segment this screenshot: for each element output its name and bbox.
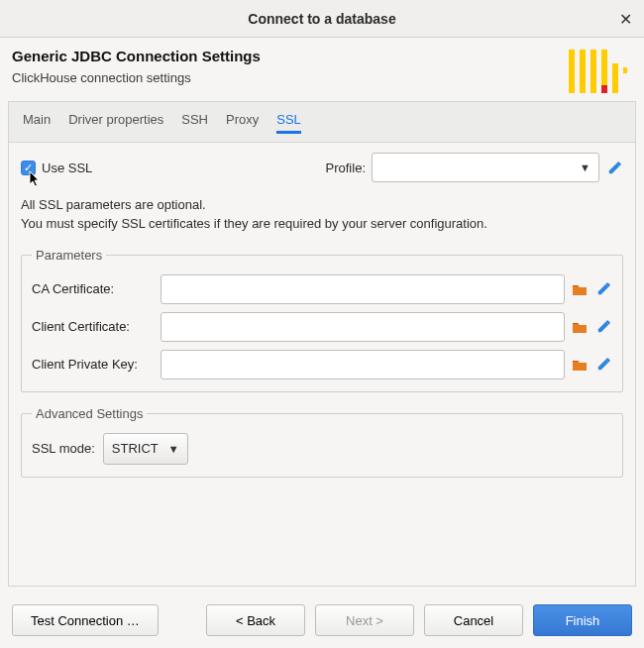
ssl-mode-select[interactable]: STRICT ▼ xyxy=(103,433,188,465)
advanced-legend: Advanced Settings xyxy=(32,406,147,421)
tab-driver-properties[interactable]: Driver properties xyxy=(68,112,163,134)
clickhouse-logo-icon xyxy=(569,48,632,95)
profile-segment: Profile: ▼ xyxy=(326,153,623,182)
info-line-2: You must specify SSL certificates if the… xyxy=(21,215,623,234)
tab-bar: Main Driver properties SSH Proxy SSL xyxy=(9,102,635,143)
cancel-button[interactable]: Cancel xyxy=(424,604,523,636)
browse-ca-folder-icon[interactable] xyxy=(571,282,589,296)
panel: Main Driver properties SSH Proxy SSL ✓ U… xyxy=(8,101,636,587)
client-key-label: Client Private Key: xyxy=(32,357,155,372)
checkbox-checked-icon: ✓ xyxy=(21,161,36,175)
advanced-fieldset: Advanced Settings SSL mode: STRICT ▼ xyxy=(21,406,623,478)
edit-profile-icon[interactable] xyxy=(605,161,623,175)
ssl-body: ✓ Use SSL Profile: ▼ xyxy=(9,143,635,489)
footer: Test Connection … < Back Next > Cancel F… xyxy=(0,594,644,648)
client-cert-label: Client Certificate: xyxy=(32,319,155,334)
header-text: Generic JDBC Connection Settings ClickHo… xyxy=(12,48,569,85)
titlebar: Connect to a database ✕ xyxy=(0,0,644,38)
content: Main Driver properties SSH Proxy SSL ✓ U… xyxy=(0,101,644,594)
header-subtitle: ClickHouse connection settings xyxy=(12,70,569,85)
browse-client-key-folder-icon[interactable] xyxy=(571,358,589,372)
titlebar-title: Connect to a database xyxy=(248,11,395,27)
browse-client-cert-folder-icon[interactable] xyxy=(571,320,589,334)
ca-certificate-input[interactable] xyxy=(161,274,565,304)
finish-button[interactable]: Finish xyxy=(533,604,632,636)
ssl-info-text: All SSL parameters are optional. You mus… xyxy=(21,196,623,234)
client-cert-row: Client Certificate: xyxy=(32,312,612,342)
back-button[interactable]: < Back xyxy=(206,604,305,636)
ca-label: CA Certificate: xyxy=(32,281,155,296)
close-icon[interactable]: ✕ xyxy=(619,9,632,28)
profile-label: Profile: xyxy=(326,161,366,175)
parameters-legend: Parameters xyxy=(32,248,106,263)
edit-client-key-icon[interactable] xyxy=(594,357,612,372)
chevron-down-icon: ▼ xyxy=(168,443,179,455)
tab-proxy[interactable]: Proxy xyxy=(226,112,259,134)
chevron-down-icon: ▼ xyxy=(580,162,590,173)
ssl-mode-row: SSL mode: STRICT ▼ xyxy=(32,433,612,465)
header: Generic JDBC Connection Settings ClickHo… xyxy=(0,38,644,101)
use-ssl-label: Use SSL xyxy=(42,161,92,175)
edit-client-cert-icon[interactable] xyxy=(594,319,612,334)
ssl-mode-label: SSL mode: xyxy=(32,441,95,456)
tab-main[interactable]: Main xyxy=(23,112,51,134)
edit-ca-icon[interactable] xyxy=(594,281,612,296)
client-certificate-input[interactable] xyxy=(161,312,565,342)
dialog-window: Connect to a database ✕ Generic JDBC Con… xyxy=(0,0,644,648)
parameters-fieldset: Parameters CA Certificate: Client Certif… xyxy=(21,248,623,392)
ca-row: CA Certificate: xyxy=(32,274,612,304)
next-button: Next > xyxy=(315,604,414,636)
profile-select[interactable]: ▼ xyxy=(372,153,599,182)
client-private-key-input[interactable] xyxy=(161,350,565,379)
client-key-row: Client Private Key: xyxy=(32,350,612,379)
header-title: Generic JDBC Connection Settings xyxy=(12,48,569,64)
ssl-mode-value: STRICT xyxy=(112,441,159,456)
tab-ssl[interactable]: SSL xyxy=(276,112,301,134)
tab-ssh[interactable]: SSH xyxy=(181,112,208,134)
top-row: ✓ Use SSL Profile: ▼ xyxy=(21,153,623,182)
info-line-1: All SSL parameters are optional. xyxy=(21,196,623,215)
test-connection-button[interactable]: Test Connection … xyxy=(12,604,159,636)
use-ssl-checkbox[interactable]: ✓ Use SSL xyxy=(21,161,92,175)
